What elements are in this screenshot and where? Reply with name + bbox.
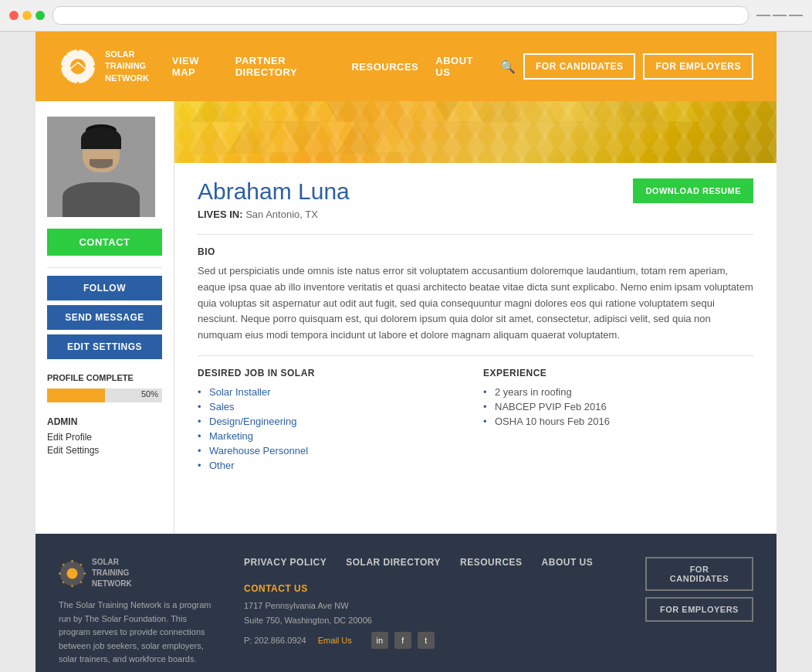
address-bar[interactable] [52, 6, 749, 25]
profile-main: Abraham Luna DOWNLOAD RESUME LIVES IN: S… [174, 101, 776, 534]
contact-button[interactable]: CONTACT [47, 229, 162, 256]
list-item: OSHA 10 hours Feb 2016 [483, 414, 753, 429]
footer-solar-directory[interactable]: SOLAR DIRECTORY [346, 557, 441, 568]
browser-dot-green[interactable] [36, 11, 45, 20]
footer-desc: The Solar Training Network is a program … [59, 599, 213, 667]
job-link-solar-installer[interactable]: Solar Installer [209, 386, 270, 398]
search-icon[interactable]: 🔍 [500, 59, 516, 74]
site-footer: SOLAR TRAINING NETWORK The Solar Trainin… [36, 534, 776, 672]
profile-banner [174, 101, 776, 163]
section-divider-2 [198, 355, 753, 356]
svg-point-63 [67, 568, 78, 579]
page-content: CONTACT FOLLOW SEND MESSAGE EDIT SETTING… [36, 101, 776, 534]
logo-text: SOLAR TRAINING NETWORK [105, 49, 149, 84]
twitter-icon[interactable]: t [418, 632, 435, 649]
footer-about-us[interactable]: ABOUT US [542, 557, 594, 568]
browser-dot-yellow[interactable] [22, 11, 32, 20]
progress-text: 50% [141, 389, 158, 399]
job-link-other[interactable]: Other [209, 460, 235, 471]
two-col-section: DESIRED JOB IN SOLAR Solar Installer Sal… [198, 368, 753, 473]
exp-nabcep: NABCEP PVIP Feb 2016 [495, 401, 607, 412]
list-item: Other [198, 458, 468, 473]
footer-employers-button[interactable]: FOR EMPLOYERS [645, 597, 753, 622]
follow-button[interactable]: FOLLOW [47, 276, 162, 300]
svg-line-8 [64, 53, 66, 55]
svg-line-60 [63, 582, 64, 583]
browser-dots [9, 11, 45, 20]
footer-logo: SOLAR TRAINING NETWORK [59, 557, 213, 589]
footer-logo-area: SOLAR TRAINING NETWORK The Solar Trainin… [59, 557, 213, 672]
footer-resources[interactable]: RESOURCES [460, 557, 523, 568]
footer-logo-text: SOLAR TRAINING NETWORK [92, 557, 132, 589]
footer-phone: P: 202.866.0924 [244, 636, 306, 645]
footer-bottom-row: P: 202.866.0924 Email Us in f t [244, 632, 435, 649]
edit-profile-link[interactable]: Edit Profile [47, 432, 162, 443]
sidebar-divider-1 [47, 267, 162, 268]
admin-section: ADMIN Edit Profile Edit Settings [47, 416, 162, 456]
lives-in-location: San Antonio, TX [245, 209, 318, 220]
footer-email-link[interactable]: Email Us [318, 636, 352, 645]
list-item: Warehouse Personnel [198, 443, 468, 458]
footer-nav-links: PRIVACY POLICY SOLAR DIRECTORY RESOURCES… [244, 557, 614, 568]
for-employers-button[interactable]: FOR EMPLOYERS [643, 53, 753, 80]
job-link-warehouse-personnel[interactable]: Warehouse Personnel [209, 445, 308, 456]
nav-partner-directory[interactable]: PARTNER DIRECTORY [235, 55, 335, 78]
linkedin-icon[interactable]: in [371, 632, 388, 649]
facebook-icon[interactable]: f [394, 632, 411, 649]
edit-settings-link[interactable]: Edit Settings [47, 445, 162, 456]
job-link-marketing[interactable]: Marketing [209, 430, 253, 442]
svg-line-58 [80, 582, 82, 583]
nav-about-us[interactable]: ABOUT US [435, 55, 483, 78]
profile-name-row: Abraham Luna DOWNLOAD RESUME [198, 178, 753, 205]
site-header: SOLAR TRAINING NETWORK VIEW MAP PARTNER … [36, 32, 776, 101]
footer-privacy-policy[interactable]: PRIVACY POLICY [244, 557, 326, 568]
bio-section: BIO Sed ut perspiciatis unde omnis iste … [198, 246, 753, 344]
admin-label: ADMIN [47, 416, 162, 427]
job-list: Solar Installer Sales Design/Engineering… [198, 385, 468, 473]
job-link-sales[interactable]: Sales [209, 401, 235, 412]
site-wrapper: SOLAR TRAINING NETWORK VIEW MAP PARTNER … [36, 32, 776, 672]
footer-right-buttons: FOR CANDIDATES FOR EMPLOYERS [645, 557, 753, 672]
list-item: Design/Engineering [198, 414, 468, 429]
progress-bar: 50% [47, 389, 162, 402]
sidebar: CONTACT FOLLOW SEND MESSAGE EDIT SETTING… [36, 101, 174, 534]
footer-top: SOLAR TRAINING NETWORK The Solar Trainin… [59, 557, 753, 672]
nav-buttons: FOR CANDIDATES FOR EMPLOYERS [523, 53, 753, 80]
download-resume-button[interactable]: DOWNLOAD RESUME [633, 178, 753, 203]
experience-title: EXPERIENCE [483, 368, 753, 378]
job-link-design-engineering[interactable]: Design/Engineering [209, 416, 296, 427]
footer-contact-address: 1717 Pennsylvania Ave NW Suite 750, Wash… [244, 599, 435, 627]
profile-complete-section: PROFILE COMPLETE 50% [47, 373, 162, 402]
main-nav: VIEW MAP PARTNER DIRECTORY RESOURCES ABO… [172, 55, 516, 78]
footer-nav-area: PRIVACY POLICY SOLAR DIRECTORY RESOURCES… [244, 557, 614, 672]
progress-bar-fill [47, 389, 105, 402]
svg-line-2 [90, 53, 92, 55]
desired-jobs-col: DESIRED JOB IN SOLAR Solar Installer Sal… [198, 368, 468, 473]
for-candidates-button[interactable]: FOR CANDIDATES [523, 53, 635, 80]
nav-view-map[interactable]: VIEW MAP [172, 55, 218, 78]
list-item: Marketing [198, 429, 468, 443]
logo-area[interactable]: SOLAR TRAINING NETWORK [59, 47, 149, 86]
bio-text: Sed ut perspiciatis unde omnis iste natu… [198, 263, 753, 344]
section-divider-1 [198, 234, 753, 235]
footer-candidates-button[interactable]: FOR CANDIDATES [645, 557, 753, 591]
browser-menu[interactable] [756, 13, 803, 18]
experience-col: EXPERIENCE 2 years in roofing NABCEP PVI… [483, 368, 753, 473]
svg-line-4 [90, 78, 92, 80]
list-item: Sales [198, 399, 468, 414]
desired-job-title: DESIRED JOB IN SOLAR [198, 368, 468, 378]
edit-settings-button[interactable]: EDIT SETTINGS [47, 334, 162, 359]
list-item: NABCEP PVIP Feb 2016 [483, 399, 753, 414]
experience-list: 2 years in roofing NABCEP PVIP Feb 2016 … [483, 385, 753, 429]
footer-social: in f t [371, 632, 435, 649]
footer-contact-block: CONTACT US 1717 Pennsylvania Ave NW Suit… [244, 583, 435, 649]
list-item: 2 years in roofing [483, 385, 753, 399]
svg-line-56 [80, 564, 82, 565]
nav-resources[interactable]: RESOURCES [351, 61, 418, 73]
profile-name: Abraham Luna [198, 178, 350, 205]
profile-photo [47, 117, 155, 217]
profile-complete-label: PROFILE COMPLETE [47, 373, 162, 382]
browser-dot-red[interactable] [9, 11, 19, 20]
send-message-button[interactable]: SEND MESSAGE [47, 305, 162, 330]
profile-body: Abraham Luna DOWNLOAD RESUME LIVES IN: S… [174, 163, 776, 488]
